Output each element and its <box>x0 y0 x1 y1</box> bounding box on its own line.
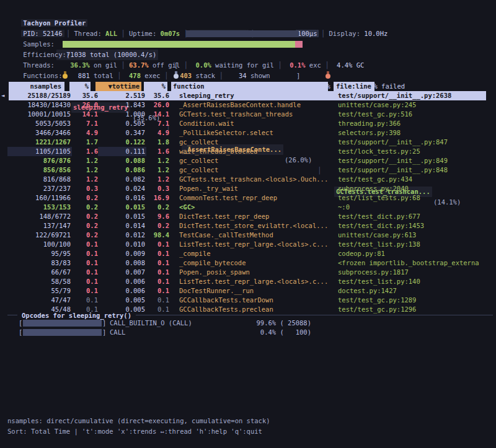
cell-file-line: test/support/__init__.py:849 <box>338 156 496 165</box>
cell-pct-direct: 1.2 <box>73 156 98 165</box>
cell-pct-cumulative: 0.2 <box>146 221 169 231</box>
header-file-line[interactable]: file:line <box>334 82 374 91</box>
table-row[interactable]: 856/856 1.2 0.086 1.2 gc_collect test/su… <box>0 165 496 175</box>
cell-tottime: 1.000 <box>99 110 145 119</box>
cell-function: gc_collect <box>179 138 335 147</box>
cell-nsamples: 160/11966 <box>9 193 71 203</box>
header-pct-direct[interactable]: % <box>69 82 91 91</box>
header-function[interactable]: function <box>171 82 328 91</box>
table-row[interactable]: 876/876 1.2 0.088 1.2 gc_collect test/su… <box>0 156 496 165</box>
cell-function: GCTests.test_trashcan.<locals>.Ouch... <box>179 175 335 184</box>
table-row[interactable]: 66/67 0.1 0.007 0.1 Popen._posix_spawn s… <box>0 268 496 277</box>
table-row[interactable]: 55/79 0.1 0.006 0.1 DocTestRunner.__run … <box>0 286 496 296</box>
table-row[interactable]: 3466/3466 4.9 0.347 4.9 _PollLikeSelecto… <box>0 128 496 138</box>
cell-tottime: 0.007 <box>99 268 145 277</box>
cell-file-line: subprocess.py:2040 <box>338 184 496 193</box>
cell-nsamples: 137/147 <box>9 221 71 231</box>
table-row[interactable]: 122/69721 0.2 0.012 98.4 TestCase._callT… <box>0 231 496 240</box>
cell-tottime: 0.122 <box>99 138 145 147</box>
cell-nsamples: 153/153 <box>9 203 71 212</box>
cell-file-line: test/test_gc.py:1289 <box>338 296 496 305</box>
cell-pct-cumulative: 0.1 <box>146 258 169 268</box>
table-row[interactable]: 148/6772 0.2 0.015 9.6 DictTest.test_rep… <box>0 212 496 221</box>
table-row[interactable]: 160/11966 0.2 0.016 16.9 CommonTest.test… <box>0 193 496 203</box>
cell-nsamples: 816/868 <box>9 175 71 184</box>
cell-pct-cumulative: 0.1 <box>146 286 169 296</box>
table-row[interactable]: 153/153 0.2 0.015 0.2 <GC> ~:0 <box>0 203 496 212</box>
table-row[interactable]: 1221/1267 1.7 0.122 1.8 gc_collect test/… <box>0 138 496 147</box>
bronze-medal-icon <box>326 74 330 79</box>
divider-rule <box>136 315 493 315</box>
table-row[interactable]: 25188/25189 35.6 2.519 35.6 sleeping_ret… <box>0 91 496 100</box>
cell-file-line: test/list_tests.py:68 <box>338 193 496 203</box>
table-row[interactable]: 95/95 0.1 0.009 0.1 _compile codeop.py:8… <box>0 249 496 258</box>
cell-pct-cumulative: 1.6 <box>146 147 169 156</box>
cell-tottime: 0.024 <box>99 184 145 193</box>
table-row[interactable]: 47/47 0.1 0.005 0.1 GCCallbackTests.tear… <box>0 296 496 305</box>
table-row[interactable]: 5053/5053 7.1 0.505 7.1 Condition.wait t… <box>0 119 496 128</box>
table-row[interactable]: 10001/10015 14.1 1.000 14.1 GCTests.test… <box>0 110 496 119</box>
cell-pct-direct: 1.6 <box>73 147 98 156</box>
cell-nsamples: 876/876 <box>9 156 71 165</box>
threads-line: Threads: 36.3% on gil │ 63.7% off gil │ … <box>7 50 364 60</box>
header-nsamples[interactable]: nsamples <box>9 82 64 91</box>
cell-tottime: 0.088 <box>99 156 145 165</box>
cell-pct-direct: 7.1 <box>73 119 98 128</box>
cell-pct-direct: 1.2 <box>73 175 98 184</box>
cell-pct-cumulative: 0.1 <box>146 277 169 286</box>
cell-function: _compile <box>179 249 335 258</box>
cell-pct-direct: 0.1 <box>73 286 98 296</box>
cell-file-line: <frozen importlib._bootstrap_externa <box>338 258 496 268</box>
cell-pct-direct: 0.1 <box>73 268 98 277</box>
cell-nsamples: 856/856 <box>9 165 71 175</box>
cell-nsamples: 18430/18430 <box>9 100 71 110</box>
cell-function: GCCallbackTests.tearDown <box>179 296 335 305</box>
cell-pct-cumulative: 4.9 <box>146 128 169 138</box>
cell-file-line: test/test_dict.py:677 <box>338 212 496 221</box>
cell-pct-cumulative: 1.8 <box>146 138 169 147</box>
cell-pct-cumulative: 9.6 <box>146 212 169 221</box>
cell-function: ListTest.test_repr_large.<locals>.c... <box>179 277 335 286</box>
cell-pct-cumulative: 0.2 <box>146 203 169 212</box>
opcode-name: CALL_BUILTIN_O (CALL) <box>110 318 192 328</box>
cell-function: DictTest.test_repr_deep <box>179 212 335 221</box>
functions-line: Functions: 881 total │ 478 exec │ 403 st… <box>7 60 270 71</box>
header-tottime-sorted[interactable]: ▼tottime <box>95 82 141 91</box>
cell-tottime: 0.010 <box>99 240 145 249</box>
cell-tottime: 0.505 <box>99 119 145 128</box>
header-pct-cumulative[interactable]: % <box>144 82 167 91</box>
cell-file-line: selectors.py:398 <box>338 128 496 138</box>
cell-tottime: 0.008 <box>99 258 145 268</box>
cell-pct-direct: 0.1 <box>73 296 98 305</box>
table-row[interactable]: 1105/1105 1.6 0.111 1.6 wait_threads_blo… <box>0 147 496 156</box>
cell-nsamples: 237/237 <box>9 184 71 193</box>
table-row[interactable]: 137/147 0.2 0.014 0.2 DictTest.test_stor… <box>0 221 496 231</box>
table-row[interactable]: 58/58 0.1 0.006 0.1 ListTest.test_repr_l… <box>0 277 496 286</box>
cell-pct-cumulative: 26.0 <box>146 100 169 110</box>
cell-nsamples: 1221/1267 <box>9 138 71 147</box>
cell-function: CommonTest.test_repr_deep <box>179 193 335 203</box>
cell-pct-direct: 0.1 <box>73 249 98 258</box>
cell-nsamples: 25188/25189 <box>9 91 71 100</box>
table-row[interactable]: 100/100 0.1 0.010 0.1 ListTest.test_repr… <box>0 240 496 249</box>
cell-nsamples: 55/79 <box>9 286 71 296</box>
cell-function: gc_collect <box>179 165 335 175</box>
opcode-row: [ ] CALL_BUILTIN_O (CALL) 99.6% ( 25088) <box>7 318 496 328</box>
table-row[interactable]: 237/237 0.3 0.024 0.3 Popen._try_wait su… <box>0 184 496 193</box>
samples-line: Samples: 71038 total (10000.4/s) [ ] 10.… <box>7 29 496 39</box>
cell-tottime: 0.347 <box>99 128 145 138</box>
cell-pct-cumulative: 7.1 <box>146 119 169 128</box>
table-row[interactable]: 83/83 0.1 0.008 0.1 _compile_bytecode <f… <box>0 258 496 268</box>
cell-function: ListTest.test_repr_large.<locals>.c... <box>179 240 335 249</box>
cell-tottime: 0.086 <box>99 165 145 175</box>
table-row[interactable]: 816/868 1.2 0.082 1.2 GCTests.test_trash… <box>0 175 496 184</box>
cell-tottime: 0.111 <box>99 147 145 156</box>
cell-function: wait_threads_blocked <box>179 147 335 156</box>
cell-pct-cumulative: 1.2 <box>146 156 169 165</box>
cell-pct-direct: 4.9 <box>73 128 98 138</box>
cell-nsamples: 83/83 <box>9 258 71 268</box>
cell-tottime: 0.009 <box>99 249 145 258</box>
cell-function: DocTestRunner.__run <box>179 286 335 296</box>
cell-pct-direct: 1.2 <box>73 165 98 175</box>
table-row[interactable]: 18430/18430 26.0 1.843 26.0 _AssertRaise… <box>0 100 496 110</box>
